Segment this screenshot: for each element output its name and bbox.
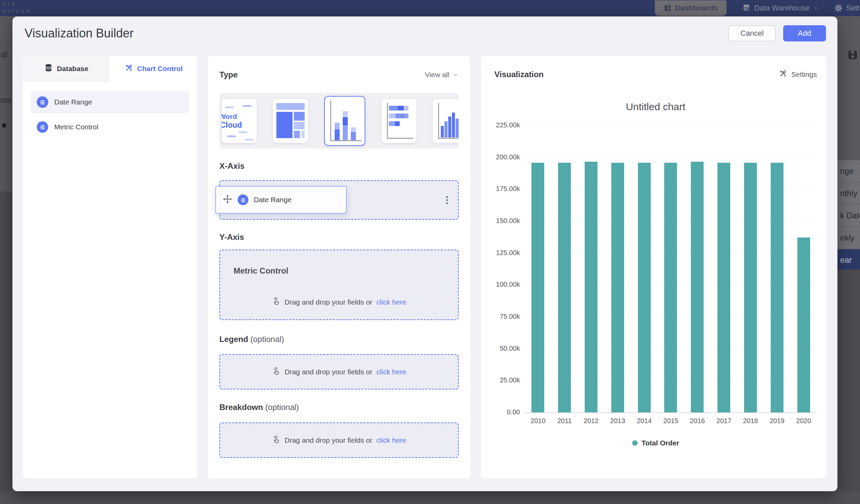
- breakdown-section-label: Breakdown (optional): [219, 403, 459, 412]
- chart-type-word-cloud[interactable]: Word Cloud: [222, 99, 257, 143]
- bar-2012: [585, 162, 598, 412]
- thumb-axis: [438, 103, 459, 139]
- fields-sidebar: Database: [23, 56, 197, 478]
- chart-type-stacked-column-selected[interactable]: [324, 96, 365, 146]
- nav-tab-dashboards[interactable]: Dashboards: [655, 0, 727, 16]
- nav-label: Dashboards: [675, 4, 718, 13]
- bar-column: [737, 125, 764, 412]
- x-tick-label: 2020: [790, 417, 817, 425]
- modal-header: Visualization Builder Cancel Add: [13, 16, 837, 41]
- breakdown-label: Breakdown: [219, 403, 263, 412]
- view-all-button[interactable]: View all: [425, 71, 459, 79]
- chart-type-histogram[interactable]: [433, 99, 459, 143]
- bar-column: [711, 125, 737, 412]
- menu-item-selected[interactable]: ear: [837, 249, 860, 272]
- menu-item[interactable]: nthly: [837, 183, 860, 205]
- thumb-bar: [452, 113, 455, 138]
- x-axis-dropzone[interactable]: Date Range: [219, 180, 459, 220]
- y-axis-dropzone[interactable]: Metric Control Drag and drop your fields…: [219, 250, 459, 320]
- chart-settings-button[interactable]: Settings: [778, 69, 817, 80]
- nav-item-settings[interactable]: Settings: [834, 4, 860, 13]
- sidebar-tabs: Database: [23, 56, 197, 82]
- dimmed-dropdown-menu: nge nthly k Date ekly ear: [837, 160, 860, 272]
- x-tick-label: 2014: [631, 417, 658, 425]
- chart-plot: [525, 125, 817, 413]
- bar-column: [551, 125, 578, 412]
- chart-title: Untitled chart: [494, 101, 817, 113]
- thumb-bar: [389, 121, 412, 126]
- date-range-field-chip[interactable]: Date Range: [215, 186, 347, 214]
- click-here-link[interactable]: click here: [376, 436, 406, 444]
- treemap-block: [276, 103, 305, 110]
- y-tick-label: 175.00k: [496, 185, 520, 193]
- tools-icon: [778, 69, 787, 80]
- drop-hint-text: Drag and drop your fields or: [284, 298, 372, 306]
- x-tick-label: 2012: [578, 417, 605, 425]
- click-here-link[interactable]: click here: [376, 298, 406, 306]
- x-tick-label: 2017: [711, 417, 737, 425]
- dashboards-icon: [663, 4, 672, 12]
- thumb-bar: [335, 123, 340, 140]
- bar-2016: [691, 162, 704, 412]
- chart-type-strip: Word Cloud: [219, 93, 459, 148]
- optional-label: (optional): [250, 334, 284, 344]
- drop-hint-text: Drag and drop your fields or: [284, 436, 372, 444]
- thumb-axis: [330, 101, 361, 141]
- data-warehouse-icon: [742, 4, 751, 13]
- control-field-icon: [37, 121, 48, 133]
- thumb-bar: [389, 114, 412, 118]
- database-icon: [44, 63, 53, 74]
- bar-column: [604, 125, 631, 412]
- chart-type-stacked-bar[interactable]: [382, 99, 417, 143]
- optional-label: (optional): [265, 403, 299, 412]
- bar-column: [764, 125, 790, 412]
- field-item-metric-control[interactable]: Metric Control: [31, 116, 189, 138]
- bar-column: [631, 125, 658, 412]
- cancel-button[interactable]: Cancel: [728, 25, 775, 41]
- treemap-block: [294, 131, 300, 138]
- x-tick-label: 2015: [658, 417, 684, 425]
- drop-hint-text: Drag and drop your fields or: [284, 368, 372, 376]
- y-tick-label: 150.00k: [496, 217, 520, 225]
- dimmed-page-bottom-edge: [0, 491, 860, 504]
- menu-item[interactable]: nge: [837, 160, 860, 183]
- x-tick-label: 2011: [551, 417, 578, 425]
- bar-2020: [797, 237, 810, 412]
- chart-type-treemap[interactable]: [273, 99, 308, 143]
- thumb-bar: [441, 126, 444, 138]
- nav-item-data-warehouse[interactable]: Data Warehouse: [742, 4, 818, 13]
- tab-label: Database: [57, 65, 88, 73]
- field-list: Date Range Metric Control: [23, 82, 197, 147]
- click-here-link[interactable]: click here: [376, 368, 406, 376]
- bar-2015: [664, 163, 677, 412]
- metric-control-title: Metric Control: [233, 266, 288, 276]
- nav-label: Data Warehouse: [754, 4, 809, 13]
- breakdown-dropzone[interactable]: Drag and drop your fields or click here: [219, 422, 459, 458]
- bullet-dot: [2, 123, 6, 128]
- add-button[interactable]: Add: [783, 25, 826, 41]
- legend-dropzone[interactable]: Drag and drop your fields or click here: [219, 354, 459, 389]
- y-tick-label: 25.00k: [500, 376, 520, 384]
- tools-icon: [124, 64, 133, 74]
- bars-row: [525, 125, 817, 412]
- treemap-block: [294, 122, 305, 129]
- logo-line-1: ATA: [2, 1, 32, 8]
- tab-database[interactable]: Database: [23, 56, 110, 82]
- modal-title: Visualization Builder: [25, 26, 134, 40]
- kebab-menu-icon[interactable]: [445, 195, 449, 205]
- menu-item[interactable]: ekly: [837, 227, 860, 249]
- bar-2018: [744, 163, 757, 412]
- logo-line-2: NSIDER: [2, 8, 32, 14]
- y-tick-label: 225.00k: [496, 121, 520, 129]
- tab-chart-control[interactable]: Chart Control: [110, 56, 197, 82]
- tap-icon: [272, 297, 281, 307]
- thumb-bar: [444, 121, 447, 138]
- field-item-date-range[interactable]: Date Range: [31, 91, 189, 113]
- control-field-icon: [37, 96, 48, 108]
- bar-2014: [638, 163, 651, 412]
- visualization-builder-modal: Visualization Builder Cancel Add: [13, 16, 837, 491]
- thumb-bar: [456, 119, 459, 138]
- y-tick-label: 125.00k: [496, 249, 520, 257]
- save-icon[interactable]: [847, 49, 858, 62]
- menu-item[interactable]: k Date: [837, 205, 860, 227]
